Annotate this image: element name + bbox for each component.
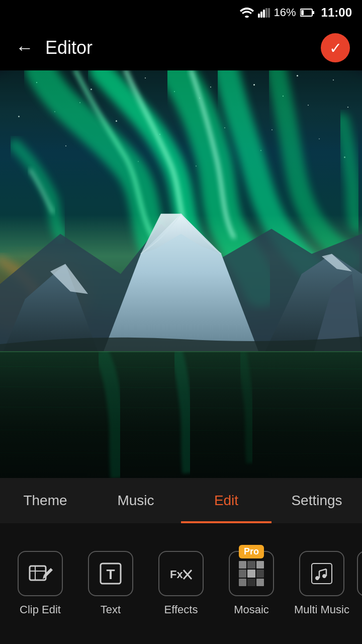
- tab-theme-label: Theme: [23, 493, 67, 509]
- multi-music-icon: [309, 561, 334, 586]
- sticker-icon-wrap: [357, 551, 362, 596]
- tab-music-label: Music: [117, 493, 154, 509]
- tab-theme[interactable]: Theme: [0, 478, 90, 523]
- mosaic-grid-icon: [239, 561, 264, 586]
- tab-settings-label: Settings: [291, 493, 342, 509]
- effects-label: Effects: [164, 603, 198, 616]
- signal-icon: [258, 8, 270, 18]
- svg-rect-3: [265, 8, 267, 18]
- svg-line-34: [319, 569, 326, 571]
- aurora-scene: [0, 70, 362, 483]
- check-icon: ✓: [329, 39, 342, 57]
- tool-clip-edit[interactable]: Clip Edit: [5, 523, 75, 644]
- back-button[interactable]: ←: [12, 35, 37, 60]
- text-label: Text: [101, 603, 121, 616]
- svg-rect-1: [260, 12, 262, 18]
- mosaic-icon-wrap: Pro: [229, 551, 274, 596]
- back-arrow-icon: ←: [16, 39, 34, 57]
- tool-mosaic[interactable]: Pro Mosaic: [216, 523, 287, 644]
- wifi-icon: [240, 8, 254, 18]
- clip-edit-label: Clip Edit: [20, 603, 61, 616]
- svg-rect-6: [312, 11, 314, 14]
- svg-text:T: T: [106, 567, 115, 582]
- multi-music-icon-wrap: [299, 551, 344, 596]
- tab-settings[interactable]: Settings: [272, 478, 362, 523]
- tools-bar: Clip Edit T Text Fx Effects Pro: [0, 523, 362, 644]
- svg-rect-31: [312, 564, 332, 584]
- page-title: Editor: [45, 37, 321, 58]
- effects-icon-wrap: Fx: [158, 551, 204, 596]
- tabs-bar: Theme Music Edit Settings: [0, 478, 362, 523]
- svg-rect-0: [258, 14, 260, 18]
- status-time: 11:00: [321, 6, 352, 20]
- tool-effects[interactable]: Fx Effects: [146, 523, 216, 644]
- battery-label: 16%: [274, 6, 296, 19]
- battery-icon: [300, 8, 314, 17]
- water-reflection: [0, 351, 362, 483]
- tool-sticker[interactable]: Stic...: [357, 523, 362, 644]
- multi-music-label: Multi Music: [294, 603, 349, 616]
- top-bar: ← Editor ✓: [0, 25, 362, 70]
- confirm-button[interactable]: ✓: [321, 33, 350, 62]
- text-icon-wrap: T: [88, 551, 133, 596]
- mosaic-label: Mosaic: [234, 603, 269, 616]
- clip-edit-icon: [28, 561, 53, 586]
- tool-text[interactable]: T Text: [75, 523, 146, 644]
- pro-badge: Pro: [239, 545, 264, 558]
- svg-rect-4: [268, 8, 270, 18]
- video-preview: [0, 70, 362, 483]
- svg-rect-7: [301, 10, 304, 15]
- status-bar: 16% 11:00: [0, 0, 362, 25]
- svg-text:Fx: Fx: [170, 568, 183, 581]
- tool-multi-music[interactable]: Multi Music: [287, 523, 357, 644]
- effects-icon: Fx: [168, 561, 194, 586]
- svg-rect-2: [263, 10, 265, 18]
- tab-music[interactable]: Music: [90, 478, 181, 523]
- tab-edit-label: Edit: [214, 493, 238, 509]
- tab-edit[interactable]: Edit: [181, 478, 272, 523]
- mountains-svg: [0, 174, 362, 359]
- text-icon: T: [98, 561, 123, 586]
- clip-edit-icon-wrap: [18, 551, 63, 596]
